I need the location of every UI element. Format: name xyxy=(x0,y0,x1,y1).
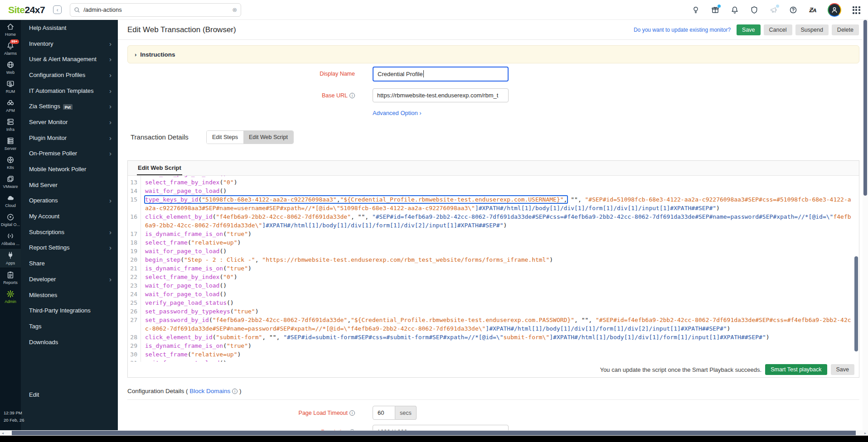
sidebar-item-downloads[interactable]: Downloads xyxy=(21,334,118,350)
rail-item-apm[interactable]: APM xyxy=(0,96,21,115)
sidebar-item-it-automation-templates[interactable]: IT Automation Templates› xyxy=(21,83,118,99)
edit-web-script-toggle[interactable]: Edit Web Script xyxy=(243,131,293,144)
page-scrollbar-thumb[interactable] xyxy=(863,20,867,196)
rail-item-digital-o-[interactable]: Digital O... xyxy=(0,210,21,229)
code-line[interactable]: 16click_element_by_id("f4efb6a9-2bb2-42c… xyxy=(128,212,859,230)
sidebar-item-plugin-monitor[interactable]: Plugin Monitor› xyxy=(21,130,118,146)
shield-icon[interactable] xyxy=(750,5,759,14)
sidebar-item-user-alert-management[interactable]: User & Alert Management› xyxy=(21,51,118,67)
sidebar-item-milestones[interactable]: Milestones xyxy=(21,287,118,303)
instructions-accordion[interactable]: › Instructions xyxy=(127,45,859,63)
code-line[interactable]: 30select_frame("relative=up") xyxy=(128,350,859,359)
editor-scrollbar-thumb[interactable] xyxy=(854,256,858,351)
zia-icon[interactable]: Ƶᴀ xyxy=(808,5,817,14)
script-save-button[interactable]: Save xyxy=(831,364,855,375)
code-line[interactable]: 19wait_for_page_to_load() xyxy=(128,247,859,255)
base-url-input[interactable]: https://rbmwebsite-test.enduserexp.com/r… xyxy=(373,88,509,102)
sidebar-item-mobile-network-poller[interactable]: Mobile Network Poller xyxy=(21,161,118,177)
delete-button[interactable]: Delete xyxy=(832,24,859,35)
sidebar-collapse-icon[interactable]: ‹ xyxy=(53,5,62,14)
sidebar-item-mid-server[interactable]: Mid Server xyxy=(21,177,118,193)
rail-item-vmware[interactable]: VMware xyxy=(0,172,21,191)
code-line[interactable]: 27set_password_by_id("f4efb6a9-2bb2-42cc… xyxy=(128,316,859,333)
code-line[interactable]: 28click_element_by_id("submit-form", "",… xyxy=(128,333,859,341)
sidebar-item-edit[interactable]: Edit xyxy=(21,387,118,402)
horizontal-scrollbar-thumb[interactable] xyxy=(12,431,856,435)
sidebar-item-on-premise-poller[interactable]: On-Premise Poller› xyxy=(21,146,118,162)
avatar-icon[interactable] xyxy=(828,3,841,17)
sidebar-item-third-party-integrations[interactable]: Third-Party Integrations xyxy=(21,303,118,318)
sidebar-item-inventory[interactable]: Inventory› xyxy=(21,36,118,52)
page-scrollbar[interactable] xyxy=(863,20,868,430)
rail-item-alarms[interactable]: Alarms99+ xyxy=(0,39,21,58)
page-load-timeout-unit: secs xyxy=(395,406,417,420)
rail-item-admin[interactable]: Admin xyxy=(0,287,21,306)
info-icon[interactable]: i xyxy=(349,410,355,416)
sidebar-item-report-settings[interactable]: Report Settings› xyxy=(21,240,118,256)
rail-item-web[interactable]: Web xyxy=(0,58,21,77)
sidebar-item-share[interactable]: Share xyxy=(21,255,118,271)
advanced-option-link[interactable]: Advanced Option › xyxy=(373,110,422,116)
code-line[interactable]: 18select_frame("relative=up") xyxy=(128,238,859,247)
smart-test-playback-button[interactable]: Smart Test playback xyxy=(765,364,827,375)
save-button[interactable]: Save xyxy=(737,24,761,35)
sidebar-item-operations[interactable]: Operations› xyxy=(21,193,118,209)
info-icon[interactable]: i xyxy=(349,93,355,98)
sidebar-item-configuration-profiles[interactable]: Configuration Profiles› xyxy=(21,67,118,83)
rail-item-reports[interactable]: Reports xyxy=(0,268,21,287)
apps-grid-icon[interactable] xyxy=(852,5,861,14)
cancel-button[interactable]: Cancel xyxy=(764,24,792,35)
code-line[interactable]: 26set_password_by_typekeys("true") xyxy=(128,307,859,316)
edit-steps-toggle[interactable]: Edit Steps xyxy=(207,131,243,144)
code-line[interactable]: 25verify_page_load_status() xyxy=(128,298,859,307)
scroll-right-icon[interactable]: ▸ xyxy=(863,430,868,436)
code-line[interactable]: 20begin_step("Step - 2 : Click -", "http… xyxy=(128,255,859,264)
info-icon[interactable]: i xyxy=(232,389,238,394)
rail-item-infra[interactable]: Infra xyxy=(0,115,21,134)
rail-item-apps[interactable]: Apps xyxy=(0,248,21,268)
scroll-left-icon[interactable]: ◂ xyxy=(0,430,5,436)
code-line[interactable]: 23wait_for_page_to_load() xyxy=(128,281,859,290)
sidebar-item-tags[interactable]: Tags xyxy=(21,318,118,334)
lightbulb-icon[interactable] xyxy=(691,5,700,14)
bell-icon[interactable] xyxy=(730,5,739,14)
code-line[interactable]: 21is_dynamic_frame_is_on("true") xyxy=(128,264,859,273)
code-line[interactable]: 14wait_for_page_to_load() xyxy=(128,187,859,195)
rail-item-alibaba-[interactable]: Alibaba ... xyxy=(0,229,21,248)
horizontal-scrollbar[interactable]: ◂ ▸ xyxy=(0,430,868,436)
update-existing-monitor-link[interactable]: Do you want to update existing monitor? xyxy=(634,27,731,33)
code-line[interactable]: 17is_dynamic_frame_is_on("true") xyxy=(128,230,859,238)
rail-item-cloud[interactable]: Cloud xyxy=(0,191,21,210)
code-line[interactable]: 13select_frame_by_index("0") xyxy=(128,178,859,187)
global-search[interactable]: /admin-actions ⊗ xyxy=(70,3,241,17)
code-editor[interactable]: wait_for_page_to_load()13select_frame_by… xyxy=(128,176,859,362)
block-domains-link[interactable]: Block Domains xyxy=(189,388,230,394)
search-clear-icon[interactable]: ⊗ xyxy=(232,6,237,13)
code-line[interactable]: 24wait_for_page_to_load() xyxy=(128,290,859,298)
sidebar-item-server-monitor[interactable]: Server Monitor› xyxy=(21,114,118,130)
rail-item-server[interactable]: Server xyxy=(0,134,21,153)
sidebar-item-subscriptions[interactable]: Subscriptions› xyxy=(21,224,118,240)
rail-item-k8s[interactable]: K8s xyxy=(0,153,21,172)
display-name-input[interactable]: Credential Profile xyxy=(373,67,509,82)
code-line[interactable]: 22select_frame_by_index("0") xyxy=(128,273,859,281)
suspend-button[interactable]: Suspend xyxy=(795,24,829,35)
sidebar-item-zia-settings[interactable]: Zia SettingsPvt› xyxy=(21,98,118,114)
sidebar-item-help-assistant[interactable]: Help Assistant xyxy=(21,20,118,36)
tab-edit-web-script[interactable]: Edit Web Script xyxy=(137,161,182,175)
help-icon[interactable] xyxy=(789,5,798,14)
gift-icon[interactable] xyxy=(711,5,720,14)
code-line[interactable]: 31wait_for_page_to_load() xyxy=(128,359,859,362)
sidebar-item-my-account[interactable]: My Account xyxy=(21,208,118,224)
megaphone-icon[interactable] xyxy=(769,5,778,14)
code-line[interactable]: 15type_keys_by_id("51098fcb-68e3-4122-aa… xyxy=(128,195,859,212)
code-line[interactable]: 29is_dynamic_frame_is_on("true") xyxy=(128,341,859,350)
site24x7-logo[interactable]: Site24x7 xyxy=(8,5,45,15)
rail-item-home[interactable]: Home xyxy=(0,20,21,39)
sidebar-item-developer[interactable]: Developer› xyxy=(21,271,118,287)
search-input[interactable]: /admin-actions xyxy=(83,6,232,13)
main-content: Edit Web Transaction (Browser) Do you wa… xyxy=(118,20,868,431)
logo-site: Site xyxy=(8,5,25,15)
page-load-timeout-input[interactable]: 60 xyxy=(373,406,395,420)
rail-item-rum[interactable]: RUM xyxy=(0,77,21,96)
